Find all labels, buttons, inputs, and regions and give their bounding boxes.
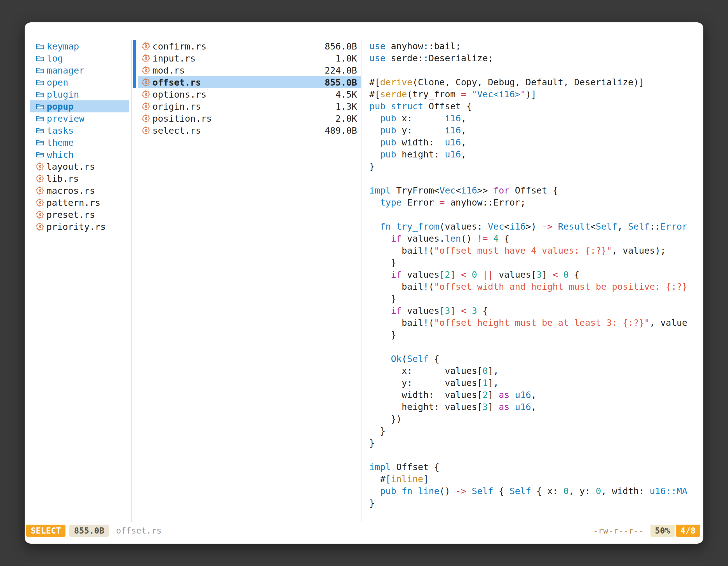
code-line: pub fn line() -> Self { Self { x: 0, y: …	[369, 485, 703, 497]
sidebar-item-which[interactable]: which	[30, 149, 129, 161]
sidebar-item-lib-rs[interactable]: lib.rs	[30, 173, 129, 185]
code-token: "offset width and height must be positiv…	[434, 281, 687, 292]
file-name: offset.rs	[152, 77, 201, 88]
sidebar-item-open[interactable]: open	[30, 76, 129, 88]
file-name: input.rs	[152, 53, 196, 64]
sidebar-item-manager[interactable]: manager	[30, 64, 129, 76]
sidebar-item-pattern-rs[interactable]: pattern.rs	[30, 197, 129, 209]
sidebar-item-popup[interactable]: popup	[30, 100, 129, 112]
code-token: ,	[461, 137, 466, 148]
code-token: 4	[493, 233, 499, 244]
code-token: Self	[596, 221, 617, 232]
file-row-input-rs[interactable]: input.rs 1.0K	[138, 52, 361, 64]
code-token: Error	[402, 197, 440, 208]
code-token: Offset {	[423, 101, 472, 112]
dir-label: keymap	[47, 41, 79, 52]
file-row-options-rs[interactable]: options.rs 4.5K	[138, 88, 361, 100]
code-token: {	[493, 486, 509, 496]
code-line: }	[369, 329, 703, 341]
sidebar-item-macros-rs[interactable]: macros.rs	[30, 185, 129, 197]
code-token: as	[499, 389, 509, 400]
sidebar-item-theme[interactable]: theme	[30, 137, 129, 149]
code-token: 2	[445, 269, 450, 280]
code-line: pub y: i16,	[369, 125, 703, 137]
dir-label: manager	[47, 65, 84, 76]
code-token: for	[493, 185, 509, 196]
code-token: y: values[	[369, 377, 483, 388]
sidebar-item-preview[interactable]: preview	[30, 112, 129, 125]
code-line: #[serde(try_from = "Vec<i16>")]	[369, 88, 703, 100]
code-token: ]	[423, 474, 429, 484]
code-token: !=	[477, 233, 488, 244]
code-token: #[	[369, 89, 380, 100]
code-token: y:	[396, 125, 445, 136]
folder-icon	[36, 103, 44, 110]
code-line: pub height: u16,	[369, 149, 703, 161]
file-name: confirm.rs	[152, 41, 206, 52]
rust-file-icon	[36, 211, 44, 219]
file-row-offset-rs[interactable]: offset.rs 855.0B	[138, 76, 361, 88]
code-token: bail!(	[369, 281, 434, 292]
code-token: anyhow::Error;	[445, 197, 526, 208]
code-token: }	[369, 438, 375, 448]
file-size: 1.3K	[335, 101, 357, 112]
file-row-position-rs[interactable]: position.rs 2.0K	[138, 112, 361, 125]
sidebar-item-preset-rs[interactable]: preset.rs	[30, 209, 129, 221]
code-token: 1	[483, 377, 488, 388]
code-token: <	[553, 269, 558, 280]
sidebar-item-log[interactable]: log	[30, 52, 129, 64]
rust-file-icon	[142, 54, 150, 62]
code-token: Self	[628, 221, 650, 232]
folder-icon	[36, 127, 44, 134]
code-token: try_from	[396, 221, 439, 232]
code-token: 0	[472, 269, 477, 280]
sidebar-item-tasks[interactable]: tasks	[30, 125, 129, 137]
code-token	[369, 486, 380, 496]
code-token: ]	[450, 269, 461, 280]
code-token: , width:	[601, 486, 649, 496]
file-row-mod-rs[interactable]: mod.rs 224.0B	[138, 64, 361, 76]
code-token: bail!(	[369, 245, 434, 256]
code-token: u16	[445, 137, 461, 148]
code-line: }	[369, 497, 703, 509]
file-size: 1.0K	[335, 53, 357, 64]
code-token: derive	[380, 77, 413, 88]
code-line: }	[369, 161, 703, 173]
code-token: ,	[461, 149, 466, 160]
code-token: ]	[542, 269, 553, 280]
code-token: if	[391, 233, 402, 244]
code-token	[369, 353, 391, 364]
code-token: Ok	[391, 353, 402, 364]
sidebar-item-priority-rs[interactable]: priority.rs	[30, 221, 129, 233]
file-label: macros.rs	[46, 186, 95, 196]
scroll-indicator[interactable]	[133, 40, 136, 88]
code-token: , values);	[612, 245, 666, 256]
file-size: 224.0B	[325, 65, 357, 76]
code-line: use anyhow::bail;	[369, 40, 703, 52]
desktop: { "colors": { "desktop-bg": "#3a3a3a", "…	[0, 0, 728, 566]
code-token: 0	[563, 486, 569, 496]
code-token: inline	[391, 474, 423, 484]
dir-label: which	[47, 149, 74, 160]
code-line	[369, 449, 703, 461]
code-token: "offset height must be at least 3: {:?}"	[434, 317, 650, 328]
file-name: select.rs	[152, 125, 201, 136]
file-row-confirm-rs[interactable]: confirm.rs 856.0B	[138, 40, 361, 52]
code-token: u16::MA	[650, 486, 687, 496]
sidebar-item-layout-rs[interactable]: layout.rs	[30, 161, 129, 173]
sidebar-item-keymap[interactable]: keymap	[30, 40, 129, 52]
code-token: "offset must have 4 values: {:?}"	[434, 245, 612, 256]
sidebar-item-plugin[interactable]: plugin	[30, 88, 129, 100]
file-row-origin-rs[interactable]: origin.rs 1.3K	[138, 100, 361, 112]
code-line: if values[3] < 3 {	[369, 305, 703, 317]
rust-file-icon	[142, 126, 150, 135]
code-token: }	[369, 498, 375, 508]
cursor-position-badge: 4/8	[676, 525, 700, 537]
code-line: pub struct Offset {	[369, 100, 703, 112]
code-token: Self	[407, 353, 429, 364]
code-token: 0	[483, 365, 488, 376]
code-token: impl	[369, 462, 391, 472]
file-row-select-rs[interactable]: select.rs 489.0B	[138, 125, 361, 137]
code-token: <	[455, 185, 461, 196]
code-token	[553, 221, 558, 232]
